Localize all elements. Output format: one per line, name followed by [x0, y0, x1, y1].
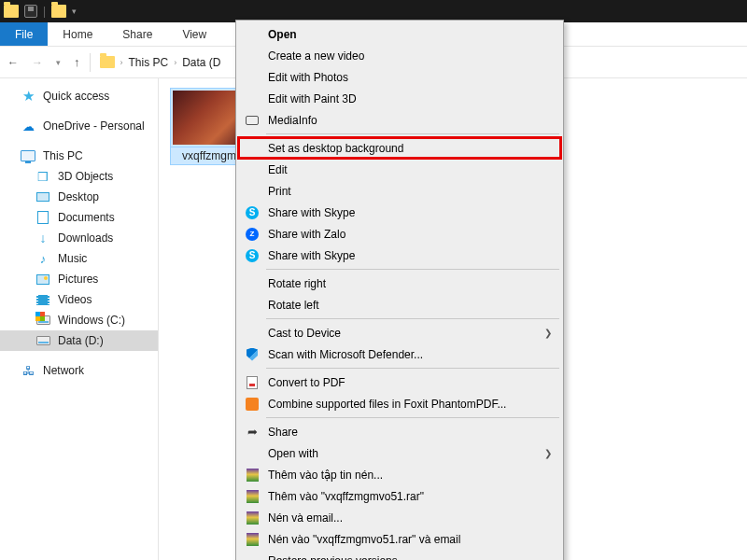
ctx-restore-versions[interactable]: Restore previous versions	[238, 550, 561, 560]
sidebar-item-label: Quick access	[43, 90, 109, 103]
tab-view[interactable]: View	[167, 22, 221, 46]
ctx-share-skype-2[interactable]: SShare with Skype	[238, 245, 561, 266]
quick-access-toolbar: | ▾	[4, 5, 77, 18]
ctx-separator	[266, 368, 559, 369]
ctx-convert-pdf[interactable]: Convert to PDF	[238, 371, 561, 393]
document-icon	[35, 210, 50, 225]
chevron-right-icon: ❯	[544, 448, 552, 458]
sidebar-item-label: Videos	[58, 293, 92, 306]
tab-home[interactable]: Home	[48, 22, 107, 46]
sidebar-item-label: Windows (C:)	[58, 314, 125, 327]
sidebar-documents[interactable]: Documents	[0, 207, 158, 228]
qat-dropdown-icon[interactable]: ▾	[72, 7, 77, 16]
ctx-label: Open	[268, 28, 297, 41]
sidebar-item-label: Downloads	[58, 231, 113, 245]
recent-dropdown-icon[interactable]: ▾	[56, 58, 61, 67]
ctx-open[interactable]: Open	[238, 23, 561, 45]
download-icon: ↓	[35, 231, 50, 245]
breadcrumb-drive[interactable]: Data (D	[182, 56, 220, 69]
shield-icon	[245, 347, 260, 362]
drive-d-icon	[35, 333, 50, 348]
ctx-edit[interactable]: Edit	[238, 159, 561, 180]
sidebar-pictures[interactable]: Pictures	[0, 269, 158, 289]
ctx-create-video[interactable]: Create a new video	[238, 45, 561, 66]
sidebar-item-label: Desktop	[58, 190, 99, 203]
cube-icon: ❒	[35, 169, 50, 184]
nav-separator	[90, 53, 91, 72]
ctx-label: Set as desktop background	[268, 142, 403, 155]
ctx-rar-named-email[interactable]: Nén vào "vxqffzmgmvo51.rar" và email	[238, 528, 561, 550]
ctx-label: Share with Zalo	[268, 228, 345, 241]
ctx-rar-email[interactable]: Nén và email...	[238, 507, 561, 528]
properties-icon[interactable]	[24, 5, 37, 18]
videos-icon	[35, 292, 50, 307]
ctx-share-skype[interactable]: SShare with Skype	[238, 202, 561, 223]
ctx-label: Edit	[268, 163, 288, 176]
ctx-label: Thêm vào "vxqffzmgmvo51.rar"	[268, 490, 424, 503]
ctx-rar-add[interactable]: Thêm vào tập tin nén...	[238, 464, 561, 485]
sidebar-onedrive[interactable]: ☁OneDrive - Personal	[0, 116, 158, 136]
sidebar-desktop[interactable]: Desktop	[0, 187, 158, 207]
back-button[interactable]: ←	[7, 56, 19, 69]
sidebar-this-pc[interactable]: This PC	[0, 146, 158, 166]
ctx-label: Print	[268, 185, 291, 198]
chevron-right-icon: ❯	[544, 328, 552, 338]
star-icon: ★	[21, 89, 35, 104]
ctx-label: Rotate right	[268, 277, 326, 290]
ctx-label: Rotate left	[268, 299, 319, 312]
winrar-icon	[245, 511, 260, 525]
music-icon: ♪	[35, 251, 50, 266]
sidebar-music[interactable]: ♪Music	[0, 248, 158, 269]
sidebar-3d-objects[interactable]: ❒3D Objects	[0, 166, 158, 187]
ctx-paint3d[interactable]: Edit with Paint 3D	[238, 88, 561, 109]
ctx-rotate-right[interactable]: Rotate right	[238, 273, 561, 294]
ctx-label: Thêm vào tập tin nén...	[268, 469, 383, 482]
ctx-foxit-combine[interactable]: Combine supported files in Foxit Phantom…	[238, 393, 561, 414]
address-folder-icon	[100, 56, 115, 68]
ctx-label: Scan with Microsoft Defender...	[268, 348, 423, 361]
ctx-rar-add-named[interactable]: Thêm vào "vxqffzmgmvo51.rar"	[238, 485, 561, 507]
sidebar-windows-c[interactable]: Windows (C:)	[0, 310, 158, 330]
up-button[interactable]: ↑	[74, 55, 80, 69]
tab-share[interactable]: Share	[107, 22, 167, 46]
sidebar-item-label: Data (D:)	[58, 334, 104, 347]
sidebar-data-d[interactable]: Data (D:)	[0, 330, 158, 351]
ctx-label: Combine supported files in Foxit Phantom…	[268, 398, 506, 411]
ctx-share[interactable]: ➦Share	[238, 421, 561, 442]
ctx-print[interactable]: Print	[238, 180, 561, 202]
sidebar-downloads[interactable]: ↓Downloads	[0, 228, 158, 248]
network-icon: 🖧	[21, 363, 35, 378]
ctx-share-zalo[interactable]: ZShare with Zalo	[238, 223, 561, 245]
ctx-set-desktop-background[interactable]: Set as desktop background	[238, 137, 561, 159]
desktop-icon	[35, 189, 50, 204]
drive-c-icon	[35, 313, 50, 328]
pc-icon	[21, 148, 35, 163]
context-menu: Open Create a new video Edit with Photos…	[235, 20, 564, 560]
sidebar-item-label: Pictures	[58, 273, 98, 286]
ctx-open-with[interactable]: Open with❯	[238, 442, 561, 464]
ctx-label: Open with	[268, 447, 318, 460]
tab-file[interactable]: File	[0, 22, 48, 46]
zalo-icon: Z	[245, 227, 260, 242]
ctx-label: MediaInfo	[268, 114, 317, 127]
ctx-separator	[266, 417, 559, 418]
sidebar-videos[interactable]: Videos	[0, 289, 158, 310]
ctx-label: Share	[268, 426, 298, 439]
forward-button[interactable]: →	[32, 56, 43, 69]
share-icon: ➦	[245, 425, 260, 440]
new-folder-icon[interactable]	[51, 5, 66, 18]
ctx-edit-photos[interactable]: Edit with Photos	[238, 66, 561, 88]
address-bar[interactable]: › This PC › Data (D	[100, 56, 221, 69]
ctx-rotate-left[interactable]: Rotate left	[238, 294, 561, 315]
chevron-right-icon: ›	[174, 58, 176, 67]
sidebar-network[interactable]: 🖧Network	[0, 360, 158, 381]
foxit-icon	[245, 397, 260, 412]
sidebar-item-label: 3D Objects	[58, 170, 113, 183]
ctx-cast-to-device[interactable]: Cast to Device❯	[238, 322, 561, 343]
winrar-icon	[245, 532, 260, 547]
sidebar-quick-access[interactable]: ★Quick access	[0, 86, 158, 106]
breadcrumb-pc[interactable]: This PC	[129, 56, 169, 69]
ctx-scan-defender[interactable]: Scan with Microsoft Defender...	[238, 343, 561, 365]
ctx-mediainfo[interactable]: MediaInfo	[238, 109, 561, 131]
pdf-icon	[245, 375, 260, 390]
